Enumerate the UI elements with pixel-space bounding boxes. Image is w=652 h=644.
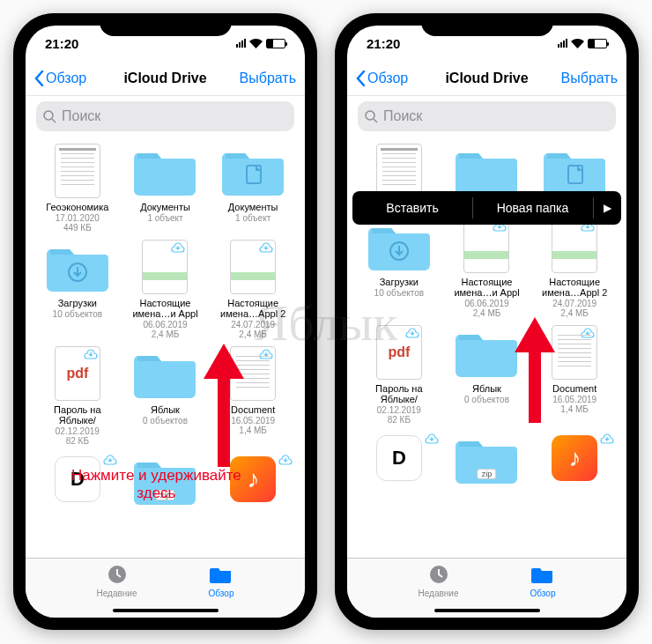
search-placeholder: Поиск xyxy=(383,108,422,124)
svg-point-8 xyxy=(366,111,374,120)
document-thumb xyxy=(230,346,276,401)
back-button[interactable]: Обзор xyxy=(34,70,86,86)
search-icon xyxy=(365,110,378,123)
battery-icon xyxy=(588,39,607,48)
search-input[interactable]: Поиск xyxy=(358,101,616,131)
chevron-left-icon xyxy=(34,70,44,86)
item-label: Яблык xyxy=(446,383,529,394)
tab-recent[interactable]: Недавние xyxy=(419,564,459,598)
file-item[interactable]: Настоящие имена…Appl 2 24.07.2019 2,4 МБ xyxy=(533,218,616,318)
file-item[interactable]: Документы 1 объект xyxy=(211,144,294,233)
search-icon xyxy=(43,110,56,123)
folder-icon xyxy=(543,144,606,198)
file-grid[interactable]: Геоэкономика 17.01.2020 449 КБ Документы… xyxy=(26,137,305,558)
signal-icon xyxy=(236,39,246,48)
app-icon: D xyxy=(376,435,422,481)
file-item[interactable]: Загрузки 10 объектов xyxy=(358,218,441,318)
document-thumb xyxy=(463,218,509,273)
cloud-download-icon xyxy=(259,242,273,253)
document-thumb xyxy=(55,144,100,198)
item-label: Пароль на Яблыке/ xyxy=(36,404,119,426)
svg-point-0 xyxy=(44,111,53,120)
item-label: Яблык xyxy=(124,404,207,415)
cloud-download-icon xyxy=(103,455,117,465)
folder-icon xyxy=(46,240,109,294)
item-subtitle2: 1,4 МБ xyxy=(533,404,616,414)
item-label: Настоящие имена…и Appl xyxy=(124,298,207,319)
tab-browse-label: Обзор xyxy=(530,588,556,598)
folder-icon xyxy=(133,346,196,401)
file-item[interactable]: Яблык 0 объектов xyxy=(124,346,207,446)
file-item[interactable]: Загрузки 10 объектов xyxy=(36,240,119,339)
tab-browse[interactable]: Обзор xyxy=(209,564,234,598)
document-thumb: pdf xyxy=(55,346,100,401)
document-thumb xyxy=(142,240,188,294)
home-indicator[interactable] xyxy=(434,609,540,612)
item-subtitle: 16.05.2019 xyxy=(533,395,616,404)
battery-icon xyxy=(266,39,285,48)
home-indicator[interactable] xyxy=(113,609,219,612)
menu-more[interactable]: ▶ xyxy=(593,202,621,214)
page-title: iCloud Drive xyxy=(445,70,528,86)
file-item[interactable]: Document 16.05.2019 1,4 МБ xyxy=(211,346,294,446)
status-time: 21:20 xyxy=(367,36,400,51)
page-title: iCloud Drive xyxy=(123,70,206,86)
app-icon: ♪ xyxy=(552,435,597,481)
file-item[interactable]: Document 16.05.2019 1,4 МБ xyxy=(533,325,616,425)
file-item[interactable]: Яблык 0 объектов xyxy=(446,325,529,425)
item-subtitle: 1 объект xyxy=(211,213,294,223)
item-label: Пароль на Яблыке/ xyxy=(358,383,441,404)
tab-browse[interactable]: Обзор xyxy=(530,564,556,598)
cloud-download-icon xyxy=(259,349,273,359)
document-thumb xyxy=(230,240,276,294)
folder-icon xyxy=(455,325,518,380)
context-menu: Вставить Новая папка ▶ xyxy=(352,191,621,225)
document-thumb xyxy=(376,144,422,198)
select-button[interactable]: Выбрать xyxy=(240,70,296,86)
item-label: Document xyxy=(211,404,294,415)
file-item[interactable]: Настоящие имена…и Appl 06.06.2019 2,4 МБ xyxy=(124,240,207,339)
document-thumb xyxy=(552,218,597,273)
folder-icon xyxy=(531,564,554,585)
select-button[interactable]: Выбрать xyxy=(561,70,618,86)
wifi-icon xyxy=(571,39,584,48)
file-item[interactable]: zip xyxy=(446,432,529,490)
item-subtitle: 06.06.2019 xyxy=(124,320,207,329)
signal-icon xyxy=(558,39,567,48)
clock-icon xyxy=(106,564,129,585)
item-label: Настоящие имена…Appl 2 xyxy=(211,298,294,319)
file-item[interactable]: pdfПароль на Яблыке/ 02.12.2019 82 КБ xyxy=(358,325,441,425)
cloud-download-icon xyxy=(278,455,293,465)
document-thumb: pdf xyxy=(376,325,422,380)
cloud-download-icon xyxy=(84,349,98,359)
file-item[interactable]: Документы 1 объект xyxy=(124,144,207,233)
folder-icon: zip xyxy=(455,432,518,486)
tab-recent[interactable]: Недавние xyxy=(97,564,137,598)
file-item[interactable]: Геоэкономика 17.01.2020 449 КБ xyxy=(36,144,119,233)
item-subtitle: 06.06.2019 xyxy=(446,299,529,308)
cloud-download-icon xyxy=(600,433,614,444)
item-subtitle2: 2,4 МБ xyxy=(446,308,529,318)
item-subtitle: 24.07.2019 xyxy=(533,299,616,308)
file-item[interactable]: pdfПароль на Яблыке/ 02.12.2019 82 КБ xyxy=(36,346,119,446)
search-input[interactable]: Поиск xyxy=(36,101,294,131)
item-label: Загрузки xyxy=(358,277,441,287)
notch xyxy=(100,13,232,36)
item-subtitle: 24.07.2019 xyxy=(211,320,294,329)
menu-new-folder[interactable]: Новая папка xyxy=(473,201,593,215)
chevron-left-icon xyxy=(356,70,366,86)
item-subtitle: 10 объектов xyxy=(36,309,119,319)
tab-browse-label: Обзор xyxy=(209,588,234,598)
file-item[interactable]: ♪ xyxy=(533,432,616,490)
tab-recent-label: Недавние xyxy=(419,588,459,598)
file-item[interactable]: D xyxy=(358,432,441,490)
menu-paste[interactable]: Вставить xyxy=(352,201,472,215)
file-item[interactable]: Настоящие имена…Appl 2 24.07.2019 2,4 МБ xyxy=(211,240,294,339)
file-item[interactable]: Настоящие имена…и Appl 06.06.2019 2,4 МБ xyxy=(446,218,529,318)
screen-right: 21:20 Обзор iCloud Drive Выбрать Поиск xyxy=(347,26,626,618)
item-label: Настоящие имена…и Appl xyxy=(446,277,529,298)
back-button[interactable]: Обзор xyxy=(356,70,408,86)
item-subtitle2: 2,4 МБ xyxy=(124,329,207,339)
svg-line-1 xyxy=(52,119,56,122)
folder-icon xyxy=(210,564,233,585)
